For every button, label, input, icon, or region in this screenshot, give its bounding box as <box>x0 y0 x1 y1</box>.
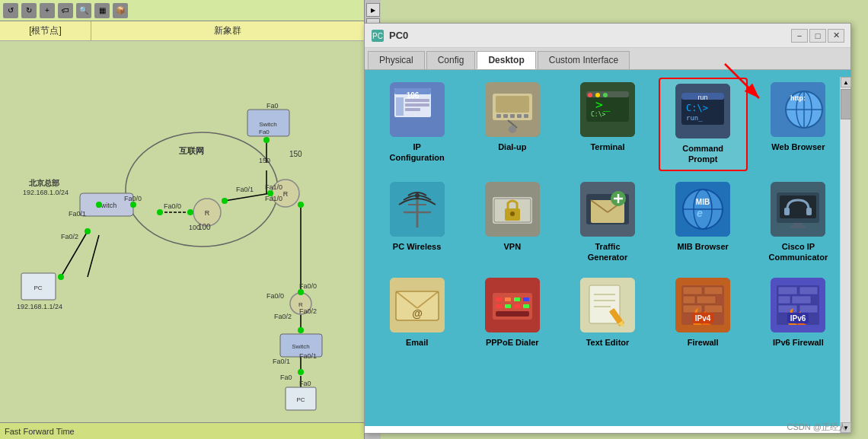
sidebar-btn-1[interactable]: ▶ <box>366 3 380 17</box>
tool-device[interactable]: 📦 <box>113 3 128 18</box>
app-mib-browser[interactable]: MIB e MIB Browser <box>659 177 748 268</box>
svg-rect-84 <box>517 114 522 118</box>
svg-rect-85 <box>524 114 528 118</box>
svg-text:192.168.1.0/24: 192.168.1.0/24 <box>23 189 69 196</box>
tab-physical[interactable]: Physical <box>368 51 425 69</box>
svg-rect-77 <box>405 108 420 111</box>
app-ip-configuration[interactable]: 106 IPConfiguration <box>372 78 461 171</box>
app-command-prompt[interactable]: run C:\> run_ CommandPrompt <box>659 78 748 171</box>
email-label: Email <box>406 337 428 348</box>
command-prompt-label: CommandPrompt <box>682 143 723 165</box>
app-pppoe-dialer[interactable]: PPPoE Dialer <box>468 273 557 352</box>
svg-rect-172 <box>683 305 702 313</box>
svg-text:100: 100 <box>198 223 211 231</box>
svg-rect-82 <box>503 114 508 118</box>
svg-rect-183 <box>799 305 818 313</box>
svg-line-11 <box>88 235 99 277</box>
app-text-editor[interactable]: Text Editor <box>563 273 652 352</box>
svg-text:Fa1/0: Fa1/0 <box>265 195 282 202</box>
svg-text:C:\>: C:\> <box>591 111 605 118</box>
minimize-button[interactable]: − <box>791 29 808 43</box>
cisco-ip-comm-icon <box>771 182 825 237</box>
app-terminal[interactable]: >_ C:\> Terminal <box>563 78 652 171</box>
maximize-button[interactable]: □ <box>809 29 826 43</box>
svg-text:PC: PC <box>34 285 42 291</box>
svg-line-3 <box>225 193 270 201</box>
svg-text:R: R <box>205 209 210 217</box>
tab-desktop[interactable]: Desktop <box>477 51 535 69</box>
web-browser-icon: http: <box>771 82 825 137</box>
scrollbar-up-button[interactable]: ▲ <box>841 77 851 87</box>
svg-rect-182 <box>778 305 797 313</box>
svg-point-46 <box>96 202 102 208</box>
app-pc-wireless[interactable]: PC Wireless <box>372 177 461 268</box>
svg-text:Fa0/2: Fa0/2 <box>299 307 317 315</box>
svg-point-117 <box>510 212 515 216</box>
dialog-content: 106 IPConfiguration <box>365 70 850 426</box>
mib-browser-icon: MIB e <box>675 182 730 237</box>
close-button[interactable]: ✕ <box>828 29 844 43</box>
left-panel: ↺ ↻ + 🏷 🔍 ▦ 📦 [根节点] 新象群 <box>0 0 364 439</box>
svg-point-55 <box>298 289 304 295</box>
svg-point-47 <box>130 202 136 208</box>
dialog-title: PC0 <box>389 30 791 41</box>
svg-text:PC: PC <box>372 32 383 40</box>
svg-rect-75 <box>405 99 429 102</box>
svg-rect-150 <box>505 297 511 301</box>
svg-rect-139 <box>793 223 803 226</box>
svg-text:150: 150 <box>289 150 302 158</box>
firewall-icon: IPv4 <box>675 278 730 332</box>
svg-rect-180 <box>778 296 790 304</box>
email-icon: @ <box>390 278 445 332</box>
svg-text:Fa0: Fa0 <box>259 129 270 135</box>
svg-rect-137 <box>784 208 790 215</box>
tool-grid[interactable]: ▦ <box>94 3 110 18</box>
svg-text:IPv4: IPv4 <box>695 314 711 323</box>
svg-text:Fa0/0: Fa0/0 <box>266 292 284 300</box>
tool-loop2[interactable]: ↻ <box>21 3 37 18</box>
svg-rect-178 <box>778 287 797 294</box>
svg-text:Fa0/2: Fa0/2 <box>274 313 292 320</box>
dialog-controls: − □ ✕ <box>791 29 844 43</box>
svg-point-57 <box>298 369 304 375</box>
app-traffic-gen[interactable]: TrafficGenerator <box>563 177 652 268</box>
vpn-label: VPN <box>503 241 521 252</box>
svg-rect-92 <box>588 93 592 97</box>
tab-config[interactable]: Config <box>426 51 476 69</box>
tab-custom-interface[interactable]: Custom Interface <box>538 51 630 69</box>
svg-text:互联网: 互联网 <box>179 146 204 155</box>
app-ipv6-firewall[interactable]: IPv6 IPv6 Firewall <box>754 273 843 352</box>
ip-config-label: IPConfiguration <box>390 142 445 164</box>
app-vpn[interactable]: VPN <box>468 177 557 268</box>
svg-text:Fa1/0: Fa1/0 <box>265 183 282 191</box>
svg-text:Fa0: Fa0 <box>266 102 279 110</box>
svg-rect-152 <box>523 297 529 301</box>
tool-loop1[interactable]: ↺ <box>3 3 18 18</box>
svg-text:106: 106 <box>406 91 419 100</box>
svg-point-49 <box>187 209 193 215</box>
svg-rect-154 <box>505 304 511 308</box>
svg-text:Fa0/2: Fa0/2 <box>61 233 78 240</box>
svg-rect-168 <box>683 287 702 294</box>
svg-rect-157 <box>496 311 529 317</box>
tool-magnifier[interactable]: 🔍 <box>76 3 91 18</box>
svg-text:Fa0/0: Fa0/0 <box>164 202 181 210</box>
app-firewall[interactable]: IPv4 Firewall <box>659 273 748 352</box>
svg-point-50 <box>222 198 228 204</box>
app-web-browser[interactable]: http: Web Browser <box>754 78 843 171</box>
svg-text:http:: http: <box>790 94 806 102</box>
svg-rect-149 <box>496 297 502 301</box>
app-dialup[interactable]: Dial-up <box>468 78 557 171</box>
svg-text:IPv6: IPv6 <box>790 314 806 323</box>
svg-text:Fa0: Fa0 <box>280 374 292 381</box>
pc0-dialog: PC PC0 − □ ✕ Physical Config Desktop Cus… <box>364 23 851 434</box>
scrollbar-thumb[interactable] <box>841 89 851 119</box>
svg-text:Fa0/1: Fa0/1 <box>236 186 254 193</box>
app-email[interactable]: @ Email <box>372 273 461 352</box>
tool-plus[interactable]: + <box>40 3 55 18</box>
svg-text:Switch: Switch <box>292 343 310 350</box>
app-cisco-ip-comm[interactable]: Cisco IPCommunicator <box>754 177 843 268</box>
tool-tag[interactable]: 🏷 <box>58 3 73 18</box>
svg-text:Fa0/1: Fa0/1 <box>69 210 86 218</box>
watermark: CSDN @正经人 <box>787 422 847 433</box>
